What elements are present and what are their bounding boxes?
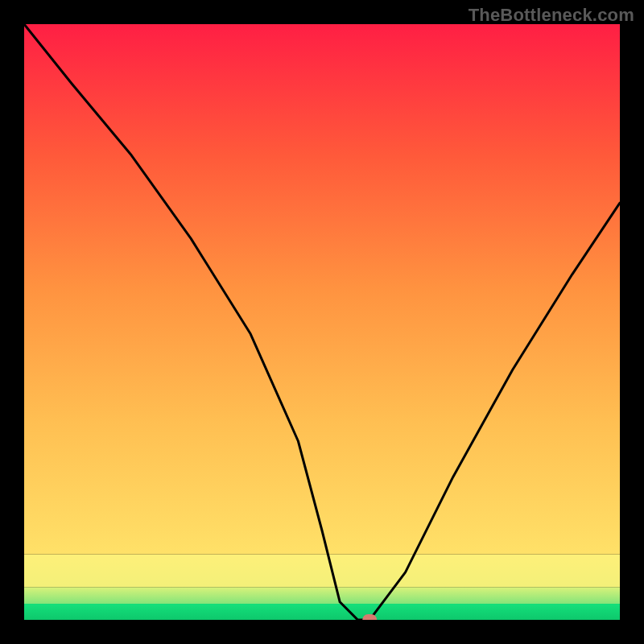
chart-frame: TheBottleneck.com <box>0 0 644 644</box>
chart-svg <box>24 24 620 620</box>
gradient-main <box>24 24 620 555</box>
band-pale-green <box>24 587 620 604</box>
band-green <box>24 604 620 620</box>
plot-area <box>24 24 620 620</box>
watermark-text: TheBottleneck.com <box>469 5 634 26</box>
band-light-yellow <box>24 555 620 588</box>
